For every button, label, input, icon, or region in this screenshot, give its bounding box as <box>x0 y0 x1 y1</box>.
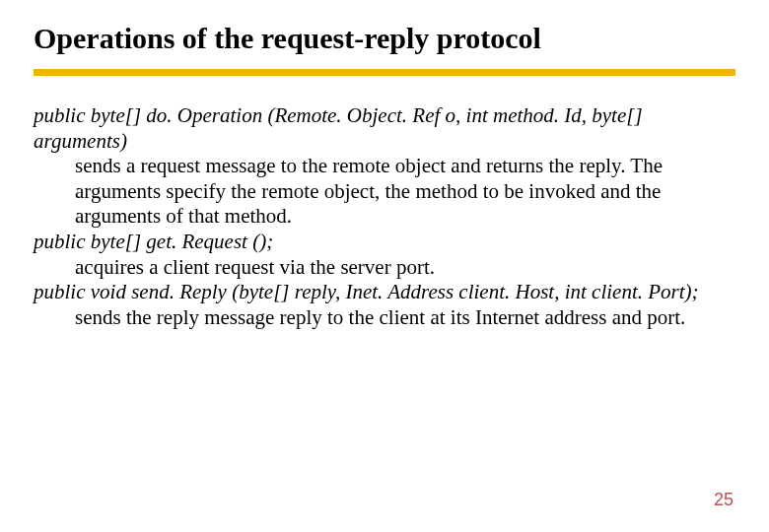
op-description: sends the reply message reply to the cli… <box>75 305 735 331</box>
page-title: Operations of the request-reply protocol <box>34 22 735 55</box>
title-rule <box>34 69 735 76</box>
op-description: acquires a client request via the server… <box>75 255 735 281</box>
op-signature: public byte[] get. Request (); <box>34 230 735 255</box>
page-number: 25 <box>714 490 734 510</box>
op-signature: public void send. Reply (byte[] reply, I… <box>34 280 735 305</box>
op-signature: public byte[] do. Operation (Remote. Obj… <box>34 103 735 154</box>
op-description: sends a request message to the remote ob… <box>75 154 735 230</box>
slide: Operations of the request-reply protocol… <box>0 0 769 532</box>
body-content: public byte[] do. Operation (Remote. Obj… <box>34 103 735 330</box>
